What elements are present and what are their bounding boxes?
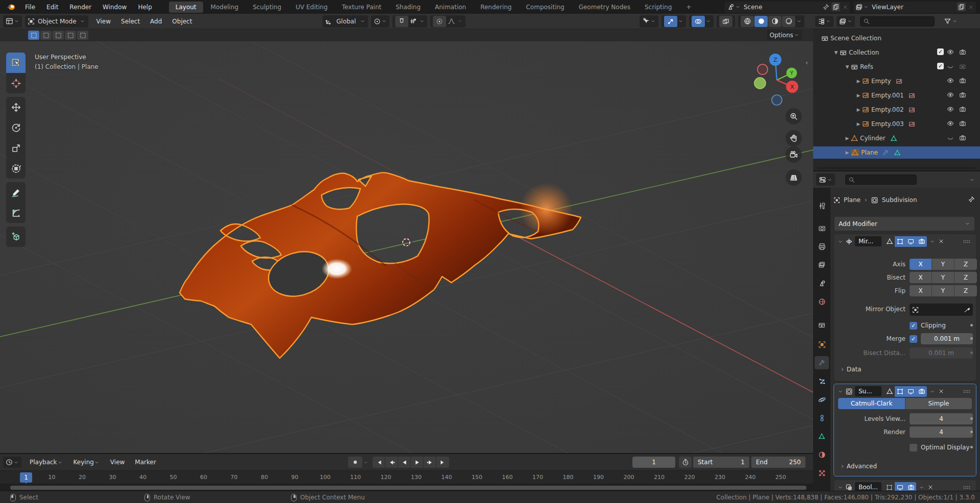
pin-icon[interactable] [968,196,975,203]
disclosure-closed-icon[interactable]: ▶ [855,93,862,98]
tab-shading[interactable]: Shading [389,2,427,13]
tool-measure[interactable] [6,203,26,223]
axis-toggle-z[interactable]: Z [954,259,977,270]
viewlayer-name[interactable]: ViewLayer [872,4,955,11]
show-overlays-toggle[interactable] [692,16,705,27]
auto-keyframe-toggle[interactable] [348,457,362,468]
gizmo-axis-z-neg[interactable] [772,95,782,105]
viewport-menu-select[interactable]: Select [116,18,145,25]
jump-start-button[interactable] [373,457,385,468]
timeline-editor-type-button[interactable] [3,457,21,468]
outliner-search-input[interactable] [860,16,935,27]
modifier-extras-chevron[interactable] [918,485,924,490]
collapse-chevron-icon[interactable] [837,485,843,490]
camera-view-button[interactable] [786,146,802,163]
current-frame-indicator[interactable]: 1 [20,472,32,483]
axis-toggle-y[interactable]: Y [932,259,954,270]
delete-modifier-icon[interactable] [938,388,944,394]
use-preview-range-toggle[interactable] [679,457,692,468]
tool-rotate[interactable] [6,117,26,138]
viewport-3d[interactable]: Z Y X ‹ User Perspective (1) Collection … [0,41,813,453]
data-subpanel-toggle[interactable]: ›Data [841,364,861,375]
shading-solid-button[interactable] [754,16,768,27]
outliner-row-empty[interactable]: ▶Empty [813,75,980,87]
disclosure-closed-icon[interactable]: ▶ [855,121,862,127]
frame-start-field[interactable]: Start 1 [693,457,749,468]
menu-render[interactable]: Render [64,0,97,14]
optimal-display-checkbox[interactable] [910,444,917,451]
pivot-point-dropdown[interactable] [371,15,389,28]
drag-handle-icon[interactable] [963,484,971,490]
tab-texture-paint[interactable]: Texture Paint [335,2,388,13]
animate-dot[interactable] [970,324,973,326]
modifier-name-field[interactable]: Mir... [855,236,881,246]
show-realtime-toggle[interactable] [905,236,916,247]
sidebar-collapse-chevron[interactable]: ‹ [805,59,808,66]
outliner-scrollbar[interactable] [817,167,975,169]
transform-orientation-dropdown[interactable]: Global [323,15,368,28]
tab-animation[interactable]: Animation [428,2,473,13]
properties-tab-texture[interactable] [815,466,829,480]
outliner-row-empty-002[interactable]: ▶Empty.002 [813,104,980,116]
properties-options-chevron[interactable] [969,177,975,183]
properties-tab-material[interactable] [815,448,829,461]
menu-file[interactable]: File [19,0,41,14]
tool-annotate[interactable] [6,182,26,203]
properties-tab-constraints[interactable] [815,411,829,424]
viewport-menu-object[interactable]: Object [167,18,197,25]
tool-transform[interactable] [6,158,26,179]
timeline-ruler[interactable]: 1102030405060708090100110120130140150160… [0,470,813,484]
proportional-toggle[interactable] [433,16,446,27]
drag-handle-icon[interactable] [963,238,971,244]
timeline-menu-view[interactable]: View [105,459,130,466]
properties-tab-view-layer[interactable] [815,258,829,271]
flip-toggle-z[interactable]: Z [954,285,977,296]
clipping-checkbox[interactable]: ✓ [910,322,917,330]
viewlayer-selector[interactable]: ViewLayer [853,2,976,13]
disclosure-closed-icon[interactable]: ▶ [844,150,851,155]
properties-tab-modifiers[interactable] [815,356,829,369]
pan-button[interactable] [786,130,802,146]
properties-tab-collection[interactable] [815,318,829,332]
show-in-editmode-toggle[interactable] [895,236,905,247]
pin-icon[interactable] [822,4,829,11]
disclosure-closed-icon[interactable]: ▶ [855,107,862,112]
timeline-menu-playback[interactable]: Playback [24,459,68,466]
properties-editor-type-button[interactable] [816,173,835,186]
catmull-clark-button[interactable]: Catmull-Clark [838,398,905,409]
disclosure-closed-icon[interactable]: ▶ [844,136,851,141]
select-mode-subtract[interactable] [53,31,64,40]
modifier-name-field[interactable]: Su... [855,386,881,396]
outliner-display-mode-button[interactable] [837,16,855,27]
xray-toggle[interactable] [719,16,732,27]
outliner-row-cylinder[interactable]: ▶Cylinder [813,132,980,144]
select-mode-intersect[interactable] [77,31,88,40]
tab-rendering[interactable]: Rendering [474,2,518,13]
scene-name[interactable]: Scene [744,4,822,11]
show-realtime-toggle[interactable] [905,386,916,397]
properties-tab-scene[interactable] [815,276,829,290]
menu-edit[interactable]: Edit [41,0,64,14]
levels-viewport-field[interactable]: 4 [910,413,973,424]
properties-tab-object[interactable] [815,338,829,351]
tab-modeling[interactable]: Modeling [204,2,246,13]
simple-button[interactable]: Simple [905,398,972,409]
outliner-row-plane[interactable]: ▶Plane [813,146,980,159]
properties-tab-render[interactable] [815,221,829,235]
outliner-row-empty-001[interactable]: ▶Empty.001 [813,89,980,102]
select-mode-invert[interactable] [65,31,76,40]
modifier-extras-chevron[interactable] [929,389,935,394]
snap-target-icon[interactable] [410,18,417,25]
show-render-toggle[interactable] [916,236,927,247]
close-icon[interactable] [842,4,848,10]
prev-keyframe-button[interactable] [385,457,398,468]
show-gizmo-toggle[interactable] [664,16,677,27]
properties-tab-output[interactable] [815,240,829,253]
advanced-subpanel-toggle[interactable]: ›Advanced [841,461,877,472]
blender-logo-icon[interactable] [6,4,15,11]
tab-uv-editing[interactable]: UV Editing [289,2,334,13]
timeline-menu-marker[interactable]: Marker [130,459,161,466]
show-on-cage-toggle[interactable] [884,386,895,397]
properties-tab-physics[interactable] [815,393,829,406]
shading-rendered-button[interactable] [782,16,795,27]
